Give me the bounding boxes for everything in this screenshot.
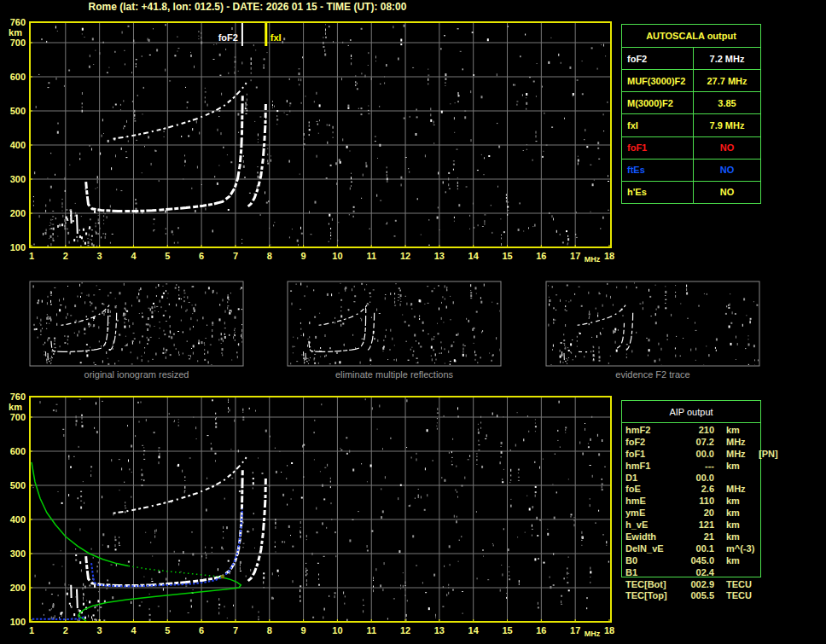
thumbnail-2 — [288, 281, 502, 366]
param-label: foF2 — [625, 437, 675, 447]
f2-ordinary-trace — [86, 469, 243, 586]
e-region-dot — [305, 362, 305, 363]
e-region-dot — [50, 363, 51, 364]
e-region-dot — [79, 235, 81, 238]
param-label: hmE — [625, 496, 675, 506]
autoscala-screen: Rome (lat: +41.8, lon: 012.5) - DATE: 20… — [0, 0, 826, 644]
e-region-dot — [89, 600, 90, 603]
thumbnail-3 — [546, 281, 759, 368]
param-unit: km — [726, 508, 759, 518]
y-tick-label: 500 — [10, 480, 26, 490]
param-unit: TECU — [726, 579, 759, 589]
fit-point-marker — [221, 575, 224, 578]
param-unit: km — [726, 531, 759, 542]
y-tick-label: 100 — [10, 242, 26, 252]
param-unit: m^(-3) — [726, 543, 759, 554]
foF2-marker-label: foF2 — [218, 32, 238, 43]
x-tick-label: 14 — [468, 625, 480, 635]
e-region-dot — [311, 351, 312, 352]
param-unit: MHz — [726, 437, 759, 447]
param-value: 02.4 — [675, 567, 714, 577]
y-tick-label: 100 — [10, 617, 26, 627]
aip-row-foF2: foF207.2MHz — [625, 436, 759, 448]
x-tick-label: 18 — [604, 625, 614, 635]
e-region-dot — [84, 617, 86, 619]
x-tick-label: 17 — [570, 625, 580, 635]
x-tick-label: 11 — [366, 625, 376, 635]
autoscala-row-M(3000)F2: M(3000)F23.85 — [622, 92, 760, 114]
x-tick-label: 12 — [400, 625, 410, 635]
fxI-marker-label: fxI — [270, 32, 282, 43]
x-tick-label: 17 — [570, 251, 580, 261]
aip-row-Ewidth: Ewidth21km — [625, 531, 759, 542]
e-region-dot — [567, 360, 568, 361]
e-region-dot — [47, 362, 48, 363]
y-tick-label: 200 — [10, 583, 26, 593]
param-value: 110 — [675, 496, 714, 506]
y-tick-label: 400 — [10, 140, 26, 150]
param-value: NO — [694, 137, 760, 159]
param-label: ftEs — [622, 160, 694, 181]
x-tick-label: 4 — [131, 625, 137, 635]
e-region-dot — [49, 361, 49, 362]
autoscala-row-ftEs: ftEsNO — [622, 160, 760, 182]
thumbnail-1 — [30, 281, 243, 366]
param-unit: MHz — [726, 484, 759, 494]
x-tick-label: 9 — [301, 251, 306, 261]
profile-ionogram-plot: 123456789101112131415161718MHz1002003004… — [9, 392, 614, 638]
param-label: h_vE — [625, 519, 675, 530]
x-tick-label: 2 — [63, 251, 68, 261]
x-tick-label: 16 — [536, 251, 546, 261]
param-label: foF1 — [622, 137, 694, 159]
f2-ordinary-trace — [86, 95, 243, 212]
x-axis-unit: MHz — [585, 255, 601, 264]
e-region-dot — [81, 236, 83, 239]
param-flag: [PN] — [759, 449, 778, 459]
autoscala-row-foF2: foF27.2 MHz — [622, 48, 760, 70]
param-label: hmF1 — [625, 461, 675, 471]
e-region-dot — [302, 354, 303, 355]
param-label: TEC[Top] — [625, 590, 675, 600]
x-tick-label: 18 — [604, 251, 614, 261]
x-tick-label: 6 — [199, 625, 204, 635]
e-region-dot — [84, 242, 86, 245]
y-tick-label: 500 — [10, 106, 26, 116]
param-value: 3.85 — [694, 92, 760, 113]
e-region-dot — [565, 361, 566, 362]
y-tick-label: 300 — [10, 548, 26, 559]
e-region-dot — [51, 360, 52, 361]
aip-table-title: AIP output — [622, 401, 760, 423]
x-tick-label: 15 — [502, 625, 512, 635]
param-value: 121 — [675, 519, 714, 530]
param-unit: km — [726, 496, 759, 506]
x-tick-label: 14 — [468, 251, 480, 261]
y-tick-label: 600 — [10, 72, 26, 82]
e-region-dot — [85, 233, 87, 235]
y-tick-label: 760 — [10, 17, 26, 27]
e-region-dot — [54, 351, 55, 352]
restored-trace — [91, 508, 242, 586]
param-label: B0 — [625, 555, 675, 566]
x-tick-label: 3 — [97, 625, 102, 635]
e-region-dot — [94, 585, 96, 588]
e-region-dot — [563, 362, 564, 363]
e-region-dot — [44, 354, 45, 355]
aip-row-TEC[Top]: TEC[Top]005.5TECU — [625, 589, 759, 601]
param-value: 00.0 — [675, 473, 714, 483]
aip-row-TEC[Bot]: TEC[Bot]002.9TECU — [625, 578, 759, 590]
param-label: D1 — [625, 473, 675, 483]
e-region-dot — [310, 357, 311, 358]
thumbnail-caption-eliminate: eliminate multiple reflections — [288, 369, 501, 381]
param-label: hmF2 — [625, 425, 675, 435]
autoscala-table-title: AUTOSCALA output — [622, 25, 760, 48]
param-unit: MHz — [726, 449, 759, 459]
y-tick-label: 600 — [10, 446, 26, 456]
x-tick-label: 2 — [63, 625, 68, 635]
param-value: 7.2 MHz — [694, 48, 760, 69]
param-label: Ewidth — [625, 531, 675, 542]
e-region-dot — [83, 229, 84, 231]
x-tick-label: 16 — [536, 625, 546, 635]
e-region-dot — [83, 603, 84, 606]
electron-density-profile-dotted — [129, 566, 221, 577]
plot-area — [30, 397, 611, 624]
